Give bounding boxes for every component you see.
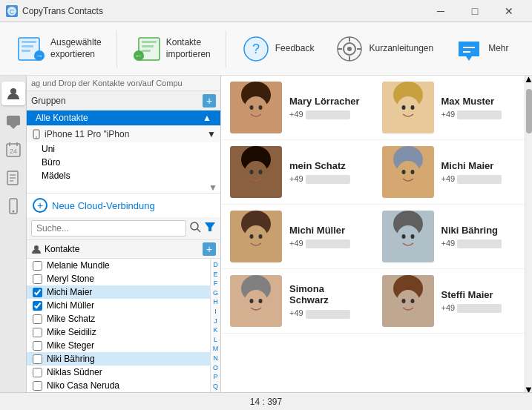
more-label: Mehr [488, 43, 508, 55]
export-button[interactable]: → Ausgewählte exportieren [7, 27, 111, 71]
contact-card[interactable]: Max Muster+49 [373, 76, 525, 140]
search-button[interactable] [189, 221, 201, 236]
svg-marker-28 [10, 125, 17, 129]
close-button[interactable]: ✕ [492, 0, 526, 22]
contact-card-name: Steffi Maier [441, 289, 516, 300]
contact-item[interactable]: Michi Müller [27, 299, 210, 312]
contact-info: Steffi Maier+49 [441, 289, 516, 313]
left-panel: ag und Drop der Kontakte von/auf Compu G… [27, 76, 221, 392]
contact-item[interactable]: Mike Steger [27, 339, 210, 352]
iphone-group-buro[interactable]: Büro [27, 156, 220, 169]
contact-item[interactable]: Niklas Südner [27, 366, 210, 379]
scroll-up-btn[interactable]: ▲ [524, 76, 532, 82]
contact-checkbox[interactable] [33, 274, 42, 284]
groups-header[interactable]: Gruppen + [27, 91, 220, 110]
side-icon-calendar[interactable]: 24 [1, 138, 25, 162]
contact-card[interactable]: Steffi Maier+49 [373, 269, 525, 334]
side-icon-contacts[interactable] [1, 82, 25, 105]
side-icon-messages[interactable] [1, 110, 25, 133]
contact-card[interactable]: Simona Schwarz+49 [221, 269, 373, 334]
contact-card[interactable]: Niki Bähring+49 [373, 205, 525, 269]
shortcuts-button[interactable]: Kurzanleitungen [326, 27, 442, 71]
contact-info: Michi Müller+49 [289, 225, 364, 248]
alphabet-letter[interactable]: E [213, 270, 217, 280]
alphabet-letter[interactable]: L [214, 335, 217, 345]
toolbar-separator-2 [226, 30, 226, 67]
contact-card[interactable]: mein Schatz+49 [221, 140, 373, 205]
contact-item[interactable]: Mike Schatz [27, 312, 210, 325]
svg-point-84 [410, 299, 414, 303]
contact-checkbox[interactable] [33, 328, 42, 337]
add-contact-button[interactable]: + [203, 242, 216, 256]
new-cloud-button[interactable]: + Neue Cloud-Verbindung [27, 194, 220, 217]
search-input[interactable] [31, 220, 186, 237]
add-group-button[interactable]: + [203, 94, 216, 108]
side-icon-notes[interactable] [1, 166, 25, 190]
alphabet-letter[interactable]: K [213, 325, 217, 335]
new-cloud-label: Neue Cloud-Verbindung [52, 200, 155, 211]
alphabet-letter[interactable]: G [213, 288, 218, 298]
contact-checkbox[interactable] [33, 314, 42, 324]
alphabet-letter[interactable]: J [214, 317, 217, 326]
filter-button[interactable] [204, 221, 216, 236]
alphabet-letter[interactable]: H [213, 297, 218, 307]
contacts-section-label: Kontakte [45, 244, 79, 254]
alphabet-letter[interactable]: D [213, 260, 218, 270]
alphabet-letter[interactable]: O [213, 363, 218, 373]
iphone-group-madels[interactable]: Mädels [27, 169, 220, 182]
contact-checkbox[interactable] [33, 354, 42, 364]
export-icon: → [16, 34, 46, 64]
scroll-down-btn[interactable]: ▼ [524, 386, 532, 392]
contact-checkbox[interactable] [33, 381, 42, 391]
all-contacts-item[interactable]: Alle Kontakte ▲ [27, 110, 220, 125]
contact-checkbox[interactable] [33, 301, 42, 311]
scrollbar-thumb[interactable] [526, 89, 532, 133]
alphabet-letter[interactable]: N [213, 354, 218, 363]
contact-item[interactable]: Melanie Mundle [27, 259, 210, 272]
alphabet-letter[interactable]: Q [213, 382, 218, 391]
alphabet-letter[interactable]: R [213, 391, 218, 392]
contact-card-name: mein Schatz [289, 160, 364, 171]
iphone-header[interactable]: iPhone 11 Pro "iPhon ▼ [27, 126, 220, 142]
svg-point-68 [250, 234, 254, 239]
contact-checkbox[interactable] [33, 288, 42, 297]
alphabet-letter[interactable]: I [214, 307, 217, 317]
minimize-button[interactable]: ─ [424, 0, 458, 22]
contact-item[interactable]: Niki Bähring [27, 352, 210, 366]
feedback-icon: ? [241, 34, 271, 64]
alphabet-letter[interactable]: P [213, 372, 217, 382]
contact-name: Meryl Stone [47, 274, 206, 284]
contact-card[interactable]: Mary Lörracher+49 [221, 76, 373, 140]
contact-card[interactable]: Michi Maier+49 [373, 140, 525, 205]
more-button[interactable]: Mehr [445, 27, 517, 71]
svg-point-52 [396, 96, 420, 123]
plus-circle-icon: + [33, 198, 47, 213]
svg-point-72 [396, 225, 420, 252]
contact-item[interactable]: Mike Seidiliz [27, 325, 210, 339]
right-scrollbar[interactable]: ▲ ▼ [525, 76, 532, 392]
contact-item[interactable]: Michi Maier [27, 285, 210, 299]
alphabet-letter[interactable]: F [214, 279, 218, 288]
contact-phone: +49 [441, 303, 516, 313]
feedback-button[interactable]: ? Feedback [232, 27, 324, 71]
import-button[interactable]: ← Kontakte importieren [123, 27, 220, 71]
svg-point-83 [401, 299, 405, 303]
side-icon-phone[interactable] [1, 194, 25, 218]
contact-item[interactable]: Niko Casa Neruda [27, 379, 210, 392]
svg-rect-3 [22, 41, 36, 43]
contact-item[interactable]: Meryl Stone [27, 272, 210, 285]
toolbar-separator-1 [116, 30, 117, 67]
contact-name: Michi Müller [47, 300, 206, 311]
contact-checkbox[interactable] [33, 341, 42, 351]
import-icon: ← [132, 34, 162, 64]
contact-name: Mike Steger [47, 340, 206, 351]
contact-avatar [230, 82, 282, 133]
contact-card-name: Mary Lörracher [289, 96, 364, 107]
contact-card[interactable]: Michi Müller+49 [221, 205, 373, 269]
contact-checkbox[interactable] [33, 261, 42, 271]
maximize-button[interactable]: □ [458, 0, 492, 22]
alphabet-letter[interactable]: M [213, 344, 219, 354]
iphone-group-uni[interactable]: Uni [27, 142, 220, 156]
alphabet-sidebar[interactable]: DEFGHIJKLMNOPQRSTUVWXYZ# [210, 259, 220, 392]
contact-checkbox[interactable] [33, 368, 42, 377]
